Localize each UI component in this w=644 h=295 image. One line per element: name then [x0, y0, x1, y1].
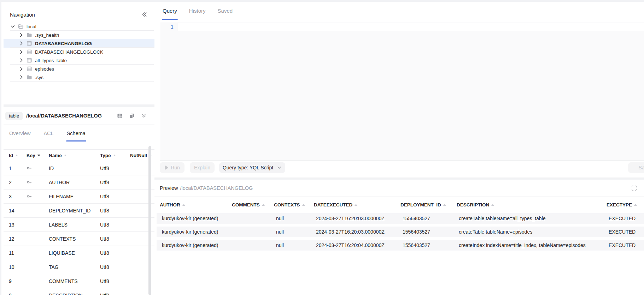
schema-row[interactable]: 1IDUtf8	[4, 161, 154, 175]
sort-caret-icon	[64, 155, 67, 156]
window-left-edge	[0, 0, 1, 295]
preview-cell-contexts: null	[276, 242, 316, 248]
object-info-panel: table /local/DATABASECHANGELOG OverviewA…	[4, 107, 154, 295]
tab-history[interactable]: History	[188, 2, 206, 20]
preview-column-header[interactable]: DEPLOYMENT_ID	[400, 202, 457, 207]
column-label: CONTEXTS	[274, 202, 300, 207]
tab-schema[interactable]: Schema	[66, 125, 86, 142]
schema-row[interactable]: 2AUTHORUtf8	[4, 175, 154, 189]
preview-cell-dateexecuted: 2024-03-27T16:20:03.000000Z	[316, 216, 403, 221]
preview-row[interactable]: kurdyukov-kir (generated)null2024-03-27T…	[157, 227, 644, 237]
schema-row[interactable]: 12CONTEXTSUtf8	[4, 232, 154, 246]
query-editor[interactable]: 1	[160, 22, 644, 161]
schema-cell-id: 14	[9, 208, 27, 213]
collapse-panel-icon[interactable]	[141, 11, 147, 18]
preview-column-header[interactable]: AUTHOR	[160, 202, 232, 207]
run-button[interactable]: Run	[160, 162, 185, 173]
chevron-right-icon[interactable]	[18, 41, 24, 46]
preview-cell-author: kurdyukov-kir (generated)	[162, 229, 234, 235]
preview-column-header[interactable]: DATEEXECUTED	[314, 202, 400, 207]
panel-divider[interactable]	[4, 104, 154, 107]
tree-item-.sys[interactable]: .sys	[4, 73, 154, 82]
preview-row[interactable]: kurdyukov-kir (generated)null2024-03-27T…	[157, 240, 644, 251]
tab-saved[interactable]: Saved	[217, 2, 234, 20]
preview-cell-exectype: EXECUTED	[609, 242, 644, 248]
schema-cell-id: 13	[9, 222, 27, 228]
tab-query[interactable]: Query	[162, 2, 178, 20]
schema-cell-type: Utf8	[100, 278, 130, 284]
chevron-right-icon[interactable]	[18, 58, 24, 63]
tree-item-episodes[interactable]: episodes	[4, 65, 154, 73]
preview-row[interactable]: kurdyukov-kir (generated)null2024-03-27T…	[157, 213, 644, 224]
schema-scrollbar[interactable]	[148, 146, 151, 295]
schema-row[interactable]: 3FILENAMEUtf8	[4, 189, 154, 204]
preview-column-header[interactable]: CONTEXTS	[274, 202, 314, 207]
table-icon	[27, 66, 32, 72]
preview-column-header[interactable]: COMMENTS	[232, 202, 274, 207]
tree-item-label: episodes	[35, 66, 54, 72]
save-query-button[interactable]: Save query	[628, 162, 644, 173]
schema-cell-id: 2	[9, 180, 27, 185]
fullscreen-icon[interactable]	[631, 185, 637, 191]
tree-item-label: DATABASECHANGELOGLOCK	[35, 49, 103, 55]
schema-row[interactable]: 14DEPLOYMENT_IDUtf8	[4, 204, 154, 218]
tree-item-label: all_types_table	[35, 58, 67, 63]
tree-item-local[interactable]: local	[4, 22, 154, 31]
table-preview-icon[interactable]	[117, 113, 123, 119]
chevron-right-icon[interactable]	[18, 49, 24, 55]
tree-item-label: local	[27, 24, 36, 29]
query-type-dropdown[interactable]: Query type: YQL Script	[219, 162, 285, 173]
table-icon	[27, 41, 32, 46]
tree-item-DATABASECHANGELOGLOCK[interactable]: DATABASECHANGELOGLOCK	[4, 48, 154, 56]
column-label: AUTHOR	[160, 202, 180, 207]
chevron-down-icon[interactable]	[10, 24, 16, 29]
schema-row[interactable]: 8DESCRIPTIONUtf8	[4, 288, 154, 295]
copy-icon[interactable]	[129, 113, 135, 119]
preview-table-header: AUTHORCOMMENTSCONTEXTSDATEEXECUTEDDEPLOY…	[154, 197, 644, 212]
schema-cell-type: Utf8	[100, 222, 130, 228]
schema-column-header[interactable]: Type	[100, 153, 130, 158]
chevron-right-icon[interactable]	[18, 66, 24, 72]
folder-icon	[27, 32, 32, 38]
schema-row[interactable]: 9COMMENTSUtf8	[4, 274, 154, 288]
schema-column-header[interactable]: Name	[49, 153, 100, 158]
column-label: DEPLOYMENT_ID	[400, 202, 441, 207]
schema-column-header[interactable]: Id	[9, 153, 27, 158]
tab-label: ACL	[43, 131, 53, 136]
tree-item-.sys_health[interactable]: .sys_health	[4, 31, 154, 39]
schema-cell-name: DESCRIPTION	[49, 293, 100, 295]
tree-item-DATABASECHANGELOG[interactable]: DATABASECHANGELOG	[4, 39, 154, 48]
schema-row[interactable]: 13LABELSUtf8	[4, 218, 154, 232]
nav-tree: local.sys_healthDATABASECHANGELOGDATABAS…	[4, 22, 154, 82]
preview-header-bar: Preview /local/DATABASECHANGELOG	[154, 180, 644, 197]
sort-caret-icon	[355, 204, 357, 206]
preview-cell-exectype: EXECUTED	[609, 216, 644, 221]
editor-current-line[interactable]	[177, 23, 644, 31]
object-summary-bar: table /local/DATABASECHANGELOG	[4, 107, 154, 125]
preview-cell-dateexecuted: 2024-03-27T16:20:03.000000Z	[316, 229, 403, 235]
double-chevron-down-icon[interactable]	[141, 113, 147, 119]
schema-column-header[interactable]: Key	[27, 153, 49, 158]
schema-row[interactable]: 11LIQUIBASEUtf8	[4, 246, 154, 260]
schema-table: IdKeyNameTypeNotNull 1IDUtf82AUTHORUtf83…	[4, 149, 154, 295]
query-actions: Run Explain Query type: YQL Script Save …	[160, 162, 644, 173]
tab-label: History	[189, 8, 206, 14]
schema-cell-name: TAG	[49, 264, 100, 270]
schema-row[interactable]: 10TAGUtf8	[4, 260, 154, 274]
preview-column-header[interactable]: EXECTYPE	[607, 202, 644, 207]
chevron-right-icon[interactable]	[18, 74, 24, 80]
tab-overview[interactable]: Overview	[8, 125, 31, 142]
sort-caret-icon	[491, 204, 494, 206]
explain-button[interactable]: Explain	[190, 162, 215, 173]
preview-column-header[interactable]: DESCRIPTION	[457, 202, 607, 207]
column-label: Key	[27, 153, 35, 158]
schema-cell-id: 3	[9, 194, 27, 199]
navigation-panel: Navigation local.sys_healthDATABASECHANG…	[4, 2, 154, 104]
tab-acl[interactable]: ACL	[43, 125, 54, 142]
schema-cell-id: 1	[9, 165, 27, 171]
preview-title: Preview	[160, 185, 178, 191]
tree-item-all_types_table[interactable]: all_types_table	[4, 56, 154, 65]
schema-cell-name: FILENAME	[49, 194, 100, 199]
preview-cell-description: createIndex indexName=title_index, table…	[459, 242, 609, 248]
chevron-right-icon[interactable]	[18, 32, 24, 38]
